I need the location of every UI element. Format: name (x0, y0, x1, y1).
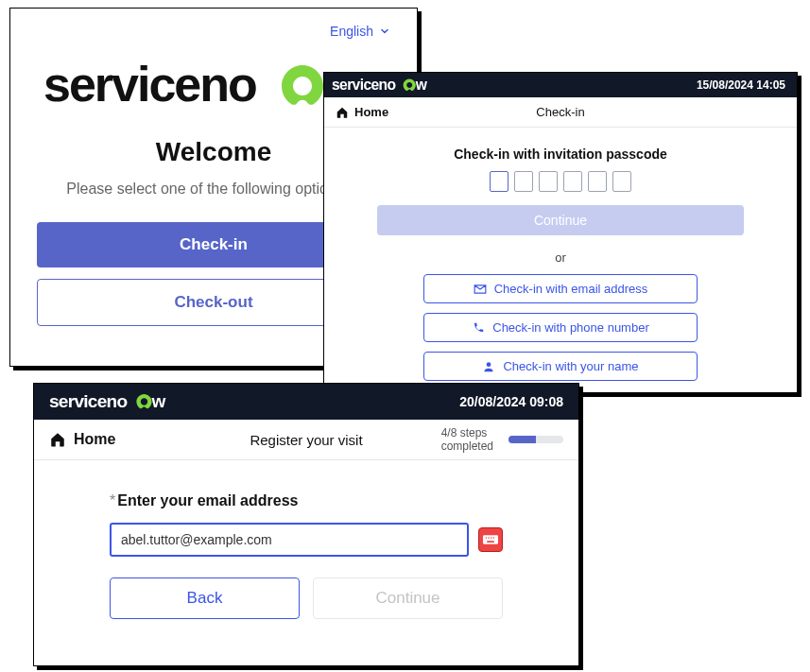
checkin-name-label: Check-in with your name (503, 359, 638, 373)
checkin-name-button[interactable]: Check-in with your name (423, 352, 698, 381)
passcode-cell-4[interactable] (563, 171, 582, 192)
progress-bar (508, 436, 563, 443)
passcode-cell-5[interactable] (588, 171, 607, 192)
language-selector[interactable]: English (37, 24, 390, 39)
chevron-down-icon (379, 26, 390, 37)
home-link[interactable]: Home (49, 431, 115, 448)
brand-logo-small: serviceno w (49, 391, 174, 412)
passcode-cell-3[interactable] (539, 171, 558, 192)
phone-icon (472, 321, 485, 335)
svg-text:serviceno: serviceno (49, 391, 127, 411)
continue-button: Continue (313, 577, 503, 619)
required-marker: * (110, 492, 115, 508)
home-icon (49, 431, 66, 448)
progress-fill (508, 436, 536, 443)
checkin-card: serviceno w 15/08/2024 14:05 Home Check-… (323, 72, 798, 393)
svg-text:w: w (151, 391, 166, 411)
passcode-input-group (490, 171, 631, 192)
home-label: Home (354, 105, 388, 119)
checkin-phone-button[interactable]: Check-in with phone number (423, 313, 698, 342)
home-link[interactable]: Home (336, 105, 388, 119)
svg-point-4 (487, 362, 491, 367)
checkin-email-label: Check-in with email address (494, 282, 648, 296)
steps-indicator: 4/8 steps completed (441, 426, 563, 454)
checkin-email-button[interactable]: Check-in with email address (423, 274, 698, 303)
keyboard-icon (483, 535, 498, 544)
page-title: Register your visit (250, 432, 362, 448)
passcode-label: Check-in with invitation passcode (454, 146, 667, 162)
svg-point-8 (486, 537, 488, 539)
passcode-cell-6[interactable] (612, 171, 631, 192)
envelope-icon (474, 283, 487, 296)
steps-line2: completed (441, 439, 493, 453)
virtual-keyboard-button[interactable] (478, 527, 503, 552)
passcode-cell-1[interactable] (490, 171, 508, 192)
register-card: serviceno w 20/08/2024 09:08 Home Regist… (33, 383, 579, 666)
home-label: Home (74, 431, 115, 448)
passcode-cell-2[interactable] (514, 171, 533, 192)
svg-rect-12 (487, 541, 494, 543)
svg-point-11 (493, 537, 495, 539)
email-field[interactable] (110, 523, 469, 557)
email-field-label: *Enter your email address (110, 492, 503, 509)
checkin-phone-label: Check-in with phone number (492, 320, 648, 335)
breadcrumb: Home Check-in (324, 97, 797, 128)
svg-point-9 (488, 537, 490, 539)
language-label: English (330, 24, 373, 39)
brand-logo-small: serviceno w (332, 77, 434, 94)
user-icon (482, 360, 495, 373)
header-bar: serviceno w 20/08/2024 09:08 (34, 384, 578, 420)
svg-point-10 (491, 537, 492, 539)
steps-line1: 4/8 steps (441, 426, 493, 439)
svg-text:w: w (415, 77, 428, 93)
svg-text:serviceno: serviceno (332, 77, 395, 93)
timestamp: 15/08/2024 14:05 (697, 78, 785, 92)
continue-button: Continue (377, 205, 744, 235)
svg-text:serviceno: serviceno (43, 58, 256, 112)
page-title: Check-in (536, 105, 584, 119)
header-bar: serviceno w 15/08/2024 14:05 (324, 73, 797, 97)
back-button[interactable]: Back (110, 577, 300, 619)
timestamp: 20/08/2024 09:08 (459, 394, 563, 409)
breadcrumb: Home Register your visit 4/8 steps compl… (34, 420, 578, 460)
home-icon (336, 106, 349, 119)
or-divider: or (555, 250, 566, 265)
svg-rect-7 (483, 535, 498, 543)
